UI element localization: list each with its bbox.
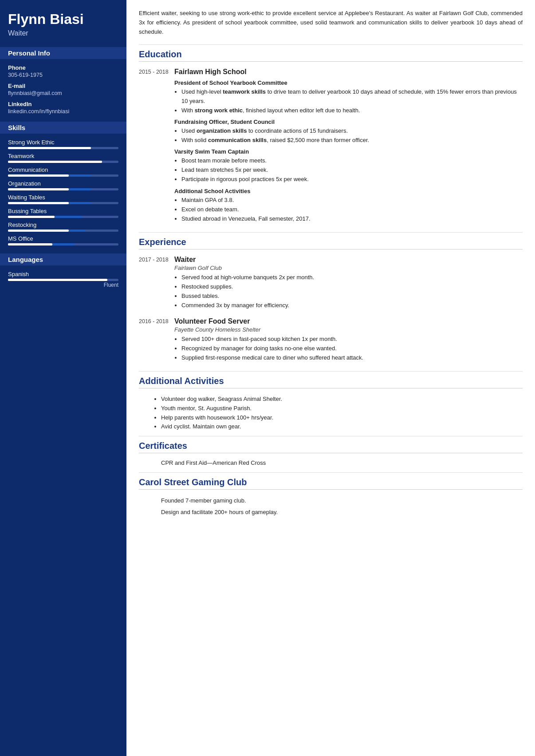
education-entry: 2015 - 2018Fairlawn High SchoolPresident… [139,68,523,226]
role-bullets: Boost team morale before meets.Lead team… [174,156,523,184]
skill-name: Waiting Tables [8,194,118,201]
role-bullets: Used high-level teamwork skills to drive… [174,87,523,115]
role-title: President of School Yearbook Committee [174,79,523,86]
role-title: Fundraising Officer, Student Council [174,119,523,125]
linkedin-label: LinkedIn [8,101,118,107]
personal-info-section: Personal Info [0,47,126,59]
gaming-heading: Carol Street Gaming Club [139,477,523,490]
candidate-name: Flynn Biasi [8,11,118,28]
candidate-title: Waiter [8,29,118,37]
skill-name: Organization [8,180,118,187]
bullet-item: Served 100+ diners in fast-paced soup ki… [181,335,523,344]
skill-name: Strong Work Ethic [8,139,118,146]
bullet-item: Recognized by manager for doing tasks no… [181,344,523,353]
exp-dates: 2016 - 2018 [139,317,174,365]
skill-item: Restocking [8,222,118,232]
skill-bar [8,216,118,218]
role-title: Varsity Swim Team Captain [174,148,523,155]
skill-name: Restocking [8,222,118,228]
bullet-item: Boost team morale before meets. [181,156,523,165]
skills-section: Skills [0,122,126,134]
skill-item: Organization [8,180,118,190]
main-content: Efficient waiter, seeking to use strong … [126,0,535,756]
skill-item: Communication [8,166,118,177]
linkedin-value: linkedin.com/in/flynnbiasi [8,108,118,115]
summary: Efficient waiter, seeking to use strong … [139,9,523,36]
skills-list: Strong Work EthicTeamworkCommunicationOr… [8,139,118,245]
exp-company: Fairlawn Golf Club [174,265,523,271]
bullet-item: With strong work ethic, finished layout … [181,106,523,115]
bullet-item: Served food at high-volume banquets 2x p… [181,273,523,282]
exp-content: Volunteer Food ServerFayette County Home… [174,317,523,365]
email-label: E-mail [8,83,118,89]
experience-entry: 2016 - 2018Volunteer Food ServerFayette … [139,317,523,365]
skill-name: Teamwork [8,153,118,159]
exp-content: WaiterFairlawn Golf ClubServed food at h… [174,256,523,313]
skill-bar [8,202,118,204]
school-name: Fairlawn High School [174,68,523,76]
exp-company: Fayette County Homeless Shelter [174,326,523,333]
gaming-text: Founded 7-member gaming club.Design and … [139,496,523,517]
education-heading: Education [139,49,523,62]
sidebar: Flynn Biasi Waiter Personal Info Phone 3… [0,0,126,756]
bullet-item: Studied abroad in Venezuela, Fall semest… [181,214,523,223]
entry-dates: 2015 - 2018 [139,68,174,226]
skill-bar [8,161,118,163]
skill-item: Bussing Tables [8,208,118,218]
skill-item: Strong Work Ethic [8,139,118,149]
exp-title: Volunteer Food Server [174,317,523,325]
certificates-text: CPR and First Aid—American Red Cross [139,459,523,466]
experience-heading: Experience [139,237,523,249]
bullet-item: Supplied first-response medical care to … [181,353,523,362]
skill-item: MS Office [8,235,118,245]
role-title: Additional School Activities [174,188,523,194]
bullet-item: Bussed tables. [181,292,523,301]
bullet-item: With solid communication skills, raised … [181,136,523,145]
skill-bar [8,188,118,190]
languages-list: SpanishFluent [8,271,118,288]
certificates-heading: Certificates [139,441,523,453]
language-fluency: Fluent [8,282,118,288]
bullet-item: Participate in rigorous pool practices 5… [181,175,523,184]
gaming-line: Design and facilitate 200+ hours of game… [139,507,523,517]
skill-item: Teamwork [8,153,118,163]
bullet-item: Restocked supplies. [181,282,523,291]
languages-section: Languages [0,253,126,265]
additional-heading: Additional Activities [139,376,523,388]
entry-content: Fairlawn High SchoolPresident of School … [174,68,523,226]
skill-bar [8,174,118,177]
phone-value: 305-619-1975 [8,72,118,78]
additional-item: Avid cyclist. Maintain own gear. [161,422,523,431]
additional-item: Youth mentor, St. Augustine Parish. [161,404,523,413]
exp-dates: 2017 - 2018 [139,256,174,313]
language-item: SpanishFluent [8,271,118,288]
bullet-item: Lead team stretches 5x per week. [181,166,523,174]
skill-bar [8,243,118,245]
additional-list: Volunteer dog walker, Seagrass Animal Sh… [139,395,523,431]
role-bullets: Maintain GPA of 3.8.Excel on debate team… [174,196,523,223]
education-section: 2015 - 2018Fairlawn High SchoolPresident… [139,68,523,226]
bullet-item: Maintain GPA of 3.8. [181,196,523,205]
skill-bar [8,147,118,149]
bullet-item: Used organization skills to coordinate a… [181,127,523,135]
phone-label: Phone [8,64,118,71]
skill-item: Waiting Tables [8,194,118,204]
experience-entry: 2017 - 2018WaiterFairlawn Golf ClubServe… [139,256,523,313]
gaming-line: Founded 7-member gaming club. [139,496,523,506]
bullet-item: Commended 3x by manager for efficiency. [181,301,523,310]
bullet-item: Excel on debate team. [181,205,523,214]
skill-bar [8,230,118,232]
email-value: flynnbiasi@gmail.com [8,90,118,96]
exp-bullets: Served 100+ diners in fast-paced soup ki… [174,335,523,362]
additional-item: Help parents with housework 100+ hrs/yea… [161,413,523,423]
exp-title: Waiter [174,256,523,264]
language-bar [8,279,118,281]
skill-name: MS Office [8,235,118,242]
role-bullets: Used organization skills to coordinate a… [174,127,523,145]
experience-section: 2017 - 2018WaiterFairlawn Golf ClubServe… [139,256,523,365]
additional-item: Volunteer dog walker, Seagrass Animal Sh… [161,395,523,404]
bullet-item: Used high-level teamwork skills to drive… [181,87,523,105]
skill-name: Communication [8,166,118,173]
skill-name: Bussing Tables [8,208,118,214]
language-name: Spanish [8,271,118,277]
